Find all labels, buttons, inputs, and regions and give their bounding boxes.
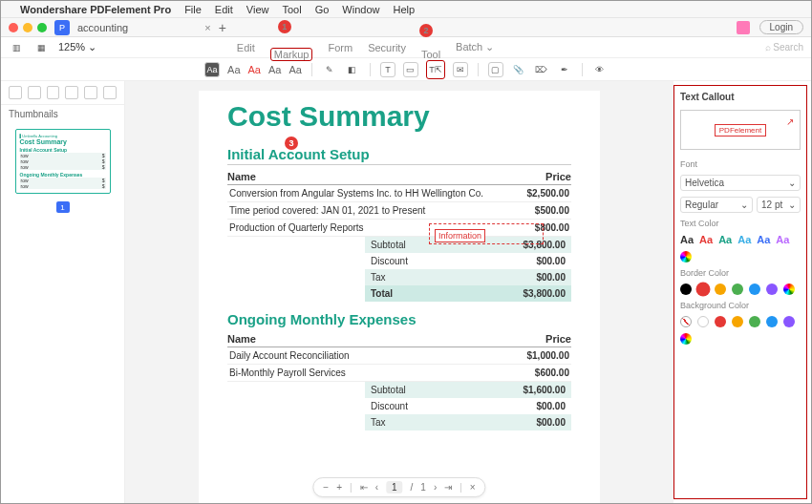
eraser-icon[interactable]: ◧ — [345, 62, 360, 77]
border-color-swatch[interactable] — [749, 284, 760, 295]
border-color-swatch[interactable] — [697, 284, 709, 295]
shape-rect-icon[interactable]: ▢ — [488, 62, 503, 77]
color-picker-icon[interactable] — [680, 333, 692, 345]
text-color-swatches: AaAaAaAaAaAa — [680, 234, 801, 262]
text-style-icon-2[interactable]: Aa — [248, 64, 261, 75]
color-picker-icon[interactable] — [680, 251, 692, 262]
text-color-swatch[interactable]: Aa — [699, 234, 713, 245]
visibility-icon[interactable]: 👁 — [592, 62, 608, 77]
highlight-box-icon[interactable]: Aa — [204, 62, 220, 77]
first-page-button[interactable]: ⇤ — [360, 482, 368, 493]
zoom-out-button[interactable]: − — [323, 482, 329, 493]
color-picker-icon[interactable] — [783, 284, 795, 295]
border-color-swatch[interactable] — [680, 284, 692, 295]
text-style-icon-4[interactable]: Aa — [288, 64, 301, 75]
document-viewport[interactable]: Cost Summary Initial Account Setup 3 Nam… — [125, 81, 673, 503]
tab-tool[interactable]: Tool — [421, 49, 440, 60]
menu-tool[interactable]: Tool — [282, 4, 301, 15]
table-row: Time period covered: JAN 01, 2021 to Pre… — [227, 202, 571, 220]
textbox-icon[interactable]: T — [380, 62, 395, 77]
text-color-swatch[interactable]: Aa — [776, 234, 789, 245]
table-row: Daily Account Reconciliation$1,000.00 — [227, 347, 571, 365]
border-color-swatch[interactable] — [732, 284, 743, 295]
menu-window[interactable]: Window — [342, 4, 379, 15]
attachment-icon[interactable]: 📎 — [511, 62, 526, 77]
next-page-button[interactable]: › — [434, 482, 437, 493]
bg-color-swatches — [680, 316, 801, 345]
area-icon[interactable]: ▭ — [403, 62, 418, 77]
login-button[interactable]: Login — [759, 20, 803, 34]
bg-color-swatch[interactable] — [697, 316, 709, 327]
text-color-swatch[interactable]: Aa — [737, 234, 751, 245]
signature-icon[interactable]: ✒ — [557, 62, 572, 77]
stamp-icon[interactable]: ⌦ — [534, 62, 549, 77]
summary-row: Subtotal$1,600.00 — [365, 382, 571, 398]
panel-icon-3[interactable] — [47, 86, 60, 99]
thumbnail-grid-icon[interactable]: ▦ — [33, 40, 49, 55]
no-color-swatch[interactable] — [680, 316, 692, 327]
minimize-window-icon[interactable] — [23, 23, 32, 32]
callout-text[interactable]: Information — [435, 229, 485, 242]
pencil-icon[interactable]: ✎ — [322, 62, 337, 77]
text-color-swatch[interactable]: Aa — [757, 234, 770, 245]
markup-toolbar: Aa Aa Aa Aa Aa ✎ ◧ T ▭ T⇱ ✉ ▢ 📎 ⌦ ✒ 👁 — [1, 58, 811, 81]
text-callout-button[interactable]: T⇱ — [426, 60, 445, 79]
tab-batch[interactable]: Batch ⌄ — [456, 41, 494, 53]
menu-file[interactable]: File — [184, 4, 202, 15]
zoom-in-button[interactable]: + — [336, 482, 342, 493]
summary-row: Tax$00.00 — [365, 414, 571, 430]
bg-color-swatch[interactable] — [732, 316, 743, 327]
note-icon[interactable]: ✉ — [453, 62, 468, 77]
zoom-window-icon[interactable] — [37, 23, 47, 32]
textcolor-label: Text Color — [680, 219, 801, 228]
document-tab[interactable]: accounting × — [77, 22, 211, 33]
menu-help[interactable]: Help — [393, 4, 415, 15]
separator — [582, 63, 583, 76]
panel-icon-1[interactable] — [9, 86, 22, 99]
prev-page-button[interactable]: ‹ — [375, 482, 378, 493]
tab-edit[interactable]: Edit — [237, 42, 255, 53]
thumbnails-sidebar: Thumbnails ▌Umbrella Accounting Cost Sum… — [1, 81, 125, 503]
callout-arrow-icon: ↗ — [786, 116, 794, 127]
tab-security[interactable]: Security — [368, 42, 406, 53]
search-input[interactable]: ⌕ Search — [765, 42, 803, 52]
new-tab-button[interactable]: + — [219, 20, 226, 35]
text-style-icon-3[interactable]: Aa — [268, 64, 281, 75]
summary-row: Tax$00.00 — [365, 269, 571, 285]
bg-color-swatch[interactable] — [783, 316, 795, 327]
thumbnail-page-number: 1 — [56, 201, 70, 213]
page-thumbnail[interactable]: ▌Umbrella Accounting Cost Summary Initia… — [15, 129, 111, 194]
bg-color-swatch[interactable] — [766, 316, 778, 327]
bg-color-swatch[interactable] — [749, 316, 760, 327]
panel-icon-5[interactable] — [84, 86, 97, 99]
sidebar-toggle-icon[interactable]: ▥ — [9, 40, 24, 55]
border-color-swatch[interactable] — [766, 284, 778, 295]
tab-form[interactable]: Form — [328, 42, 353, 53]
bg-color-swatch[interactable] — [715, 316, 726, 327]
gift-icon[interactable] — [737, 21, 750, 34]
text-color-swatch[interactable]: Aa — [680, 234, 694, 245]
menu-view[interactable]: View — [246, 4, 269, 15]
last-page-button[interactable]: ⇥ — [444, 482, 452, 493]
page-input[interactable]: 1 — [386, 481, 403, 494]
font-weight-select[interactable]: Regular⌄ — [680, 197, 753, 213]
panel-icon-6[interactable] — [103, 86, 117, 99]
border-color-swatch[interactable] — [715, 284, 726, 295]
tab-markup[interactable]: Markup — [270, 48, 313, 61]
panel-icon-2[interactable] — [28, 86, 41, 99]
font-size-select[interactable]: 12 pt⌄ — [757, 197, 801, 213]
menu-go[interactable]: Go — [315, 4, 330, 15]
menu-edit[interactable]: Edit — [215, 4, 233, 15]
tab-close-icon[interactable]: × — [204, 22, 210, 33]
text-style-icon-1[interactable]: Aa — [227, 64, 240, 75]
panel-icon-4[interactable] — [65, 86, 78, 99]
thumbnails-label: Thumbnails — [1, 105, 124, 123]
close-window-icon[interactable] — [9, 23, 18, 32]
font-family-select[interactable]: Helvetica⌄ — [680, 175, 801, 191]
close-bar-button[interactable]: × — [470, 482, 476, 493]
table-header: NamePrice — [227, 169, 571, 185]
traffic-lights[interactable] — [9, 23, 47, 32]
text-callout-annotation[interactable]: Information — [435, 229, 485, 242]
text-color-swatch[interactable]: Aa — [718, 234, 732, 245]
zoom-dropdown[interactable]: 125% ⌄ — [58, 41, 96, 53]
